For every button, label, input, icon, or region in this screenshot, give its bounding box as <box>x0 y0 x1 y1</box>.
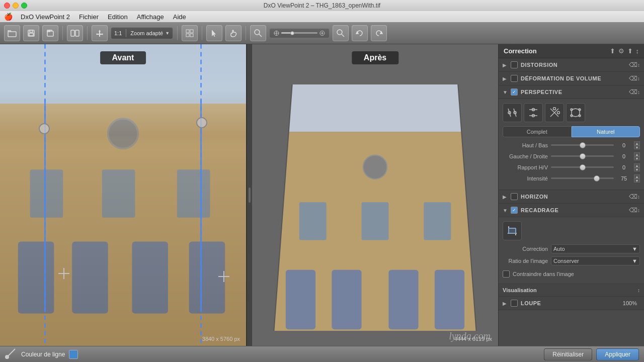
distorsion-checkbox[interactable] <box>511 61 518 68</box>
spinner-down[interactable]: ▼ <box>634 145 640 149</box>
rotate-left-button[interactable] <box>352 25 368 41</box>
spinner-up-3[interactable]: ▲ <box>634 163 640 167</box>
grid-button[interactable] <box>182 25 198 41</box>
slider-area[interactable] <box>269 28 330 38</box>
pointer-tool[interactable] <box>206 25 222 41</box>
slider-gauche-droite-input[interactable] <box>551 153 614 160</box>
recadrage-checkbox[interactable] <box>511 207 518 214</box>
section-distorsion[interactable]: ▶ DISTORSION ⌫ ↕ <box>499 58 644 72</box>
sidebar-settings-icon[interactable]: ⚙ <box>618 47 624 55</box>
distorsion-collapse[interactable]: ↕ <box>637 62 640 68</box>
menu-edition[interactable]: Edition <box>104 12 132 22</box>
sidebar-export-icon[interactable]: ⬆ <box>610 47 615 55</box>
spinner-down-3[interactable]: ▼ <box>634 167 640 171</box>
correction-select[interactable]: Auto ▼ <box>551 244 640 253</box>
compare-button[interactable] <box>67 25 83 41</box>
after-image-container <box>272 84 478 331</box>
svg-rect-41 <box>272 84 478 132</box>
slider-rapport-thumb[interactable] <box>580 164 586 170</box>
zoom-slider-track[interactable] <box>281 32 317 34</box>
sidebar-maximize-icon[interactable]: ⬆ <box>627 47 633 55</box>
crop-tool-button[interactable] <box>503 221 522 240</box>
minimize-button[interactable] <box>13 3 19 9</box>
slider-gauche-droite-thumb[interactable] <box>580 153 586 159</box>
menu-app[interactable]: DxO ViewPoint 2 <box>17 12 74 22</box>
search-button[interactable] <box>333 25 349 41</box>
slider-intensite-spinner[interactable]: ▲ ▼ <box>634 174 640 183</box>
perspective-reset[interactable]: ⌫ <box>629 88 637 96</box>
spinner-up-4[interactable]: ▲ <box>634 174 640 178</box>
horizon-label: HORIZON <box>521 194 627 200</box>
deformation-checkbox[interactable] <box>511 75 518 82</box>
spinner-up-2[interactable]: ▲ <box>634 152 640 156</box>
spinner-down-2[interactable]: ▼ <box>634 156 640 160</box>
slider-intensite-input[interactable] <box>551 175 614 182</box>
rotate-right-button[interactable] <box>371 25 387 41</box>
spinner-down-4[interactable]: ▼ <box>634 178 640 183</box>
perspective-handle-br[interactable] <box>218 271 229 282</box>
export-button[interactable] <box>42 25 58 41</box>
view-btn-naturel[interactable]: Naturel <box>572 126 640 137</box>
maximize-button[interactable] <box>21 3 27 9</box>
section-deformation[interactable]: ▶ DÉFORMATION DE VOLUME ⌫ ↕ <box>499 72 644 85</box>
horizon-reset[interactable]: ⌫ <box>629 193 637 200</box>
slider-haut-bas-thumb[interactable] <box>580 142 586 148</box>
slider-gauche-droite-spinner[interactable]: ▲ ▼ <box>634 152 640 160</box>
perspective-mode-4[interactable] <box>566 103 585 122</box>
menu-fichier[interactable]: Fichier <box>75 12 103 22</box>
deformation-reset[interactable]: ⌫ <box>629 75 637 82</box>
perspective-mode-2[interactable] <box>524 103 543 122</box>
perspective-handle-bl[interactable] <box>58 268 69 279</box>
recadrage-collapse[interactable]: ↕ <box>637 208 640 213</box>
svg-rect-10 <box>190 30 193 33</box>
section-recadrage[interactable]: ▼ RECADRAGE ⌫ ↕ <box>499 204 644 217</box>
deformation-collapse[interactable]: ↕ <box>637 76 640 81</box>
reset-button[interactable]: Réinitialiser <box>544 348 592 360</box>
after-panel: Après <box>252 44 498 346</box>
perspective-handle-tr[interactable] <box>196 117 207 128</box>
menu-affichage[interactable]: Affichage <box>133 12 168 22</box>
perspective-mode-1[interactable] <box>503 103 522 122</box>
spinner-up[interactable]: ▲ <box>634 141 640 145</box>
slider-rapport-spinner[interactable]: ▲ ▼ <box>634 163 640 171</box>
horizon-collapse[interactable]: ↕ <box>637 194 640 200</box>
contraindre-checkbox[interactable] <box>503 270 510 278</box>
section-perspective[interactable]: ▼ PERSPECTIVE ⌫ ↕ <box>499 85 644 99</box>
loupe-checkbox[interactable] <box>511 300 518 307</box>
perspective-handle-tl[interactable] <box>39 123 50 134</box>
slider-intensite-thumb[interactable] <box>594 175 600 182</box>
perspective-checkbox[interactable] <box>511 88 518 96</box>
sidebar-collapse-icon[interactable]: ↕ <box>636 47 639 55</box>
view-btn-complet[interactable]: Complet <box>503 126 572 137</box>
slider-haut-bas-spinner[interactable]: ▲ ▼ <box>634 141 640 149</box>
svg-rect-46 <box>424 202 451 240</box>
distorsion-reset[interactable]: ⌫ <box>629 61 637 68</box>
svg-point-43 <box>363 155 387 179</box>
section-loupe[interactable]: ▶ LOUPE 100% <box>499 297 644 310</box>
perspective-collapse[interactable]: ↕ <box>637 89 640 95</box>
close-button[interactable] <box>4 3 10 9</box>
menu-aide[interactable]: Aide <box>169 12 190 22</box>
visualisation-collapse[interactable]: ↕ <box>637 288 640 293</box>
perspective-mode-3[interactable] <box>545 103 564 122</box>
correction-label: Correction <box>503 246 548 252</box>
section-horizon[interactable]: ▶ HORIZON ⌫ ↕ <box>499 190 644 204</box>
move-tool-button[interactable] <box>92 25 108 41</box>
recadrage-reset[interactable]: ⌫ <box>629 207 637 214</box>
zoom-display[interactable]: 1:1 Zoom adapté ▼ <box>111 27 173 39</box>
horizon-checkbox[interactable] <box>511 193 518 200</box>
hand-tool[interactable] <box>225 25 242 41</box>
ratio-select[interactable]: Conserver ▼ <box>551 256 640 265</box>
open-folder-button[interactable] <box>4 25 20 41</box>
recadrage-content: Correction Auto ▼ Ratio de l'image Conse… <box>499 217 644 284</box>
loupe-button[interactable] <box>250 25 266 41</box>
slider-rapport-input[interactable] <box>551 164 614 171</box>
deformation-label: DÉFORMATION DE VOLUME <box>521 75 627 81</box>
sidebar: Correction ⬆ ⚙ ⬆ ↕ ▶ DISTORSION ⌫ ↕ ▶ DÉ… <box>498 44 644 346</box>
recadrage-label: RECADRAGE <box>521 207 627 213</box>
slider-haut-bas-input[interactable] <box>551 142 614 149</box>
panel-divider[interactable] <box>247 44 252 346</box>
apply-button[interactable]: Appliquer <box>596 348 639 360</box>
save-button[interactable] <box>23 25 39 41</box>
color-swatch[interactable] <box>69 350 78 359</box>
